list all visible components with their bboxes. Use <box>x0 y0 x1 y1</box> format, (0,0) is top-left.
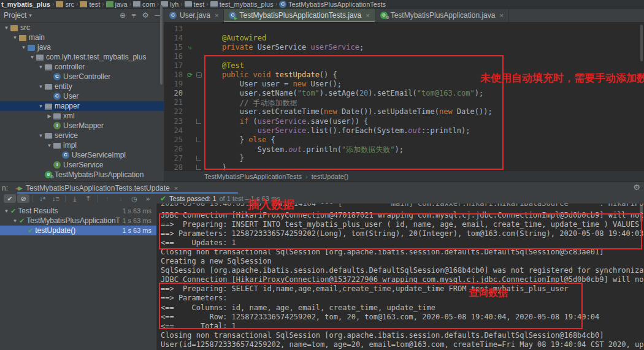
expanded-arrow-icon[interactable]: ▼ <box>45 143 53 148</box>
expanded-arrow-icon[interactable]: ▼ <box>2 208 10 214</box>
expanded-arrow-icon[interactable]: ▼ <box>37 104 45 109</box>
code-line-27[interactable]: } <box>204 154 244 162</box>
editor-tab[interactable]: ⚙TestMybatisPlusApplication.java× <box>375 9 509 22</box>
code-line-24[interactable]: userService.list().forEach(System.out::p… <box>204 126 470 135</box>
fold-marker-icon[interactable] <box>196 165 201 170</box>
test-passed-icon: ✔ <box>19 217 25 225</box>
close-icon[interactable]: × <box>174 185 178 192</box>
project-panel-header[interactable]: Project ▾ ⊕ ⫧ ⚙ ─ <box>0 9 164 23</box>
crosshair-icon[interactable]: ⊕ <box>120 11 126 20</box>
expanded-arrow-icon[interactable]: ▼ <box>37 133 45 139</box>
test-tree-item[interactable]: ✔testUpdate()1 s 63 ms <box>0 226 156 235</box>
breadcrumb-item[interactable]: test_mybatis_plus <box>210 1 274 8</box>
tree-item-controller[interactable]: ▼controller <box>0 62 164 72</box>
previous-failed-icon[interactable]: ↑ <box>101 194 113 203</box>
breadcrumb-item[interactable]: test <box>185 1 205 8</box>
collapse-all-icon[interactable]: ⫧ <box>132 11 136 20</box>
settings-icon[interactable]: ⚙ <box>142 11 149 20</box>
fold-marker-icon[interactable] <box>196 119 201 124</box>
project-tree-scrollbar[interactable] <box>160 5 163 85</box>
code-line-28[interactable]: } <box>204 163 226 170</box>
test-tree-item[interactable]: ▼✔TestMybatisPlusApplicationT1 s 63 ms <box>0 216 156 226</box>
tree-item-user[interactable]: CUser <box>0 91 164 101</box>
code-segment: { <box>270 135 275 144</box>
expanded-arrow-icon[interactable]: ▼ <box>37 84 45 89</box>
hide-panel-icon[interactable]: ─ <box>155 11 160 20</box>
tree-item-usercontroller[interactable]: CUserController <box>0 72 164 82</box>
breadcrumb-item[interactable]: lyh <box>161 1 178 8</box>
folder-icon <box>56 1 63 7</box>
collapsed-arrow-icon[interactable]: ▶ <box>45 113 53 119</box>
fold-marker-icon[interactable] <box>196 72 202 78</box>
code-line-17[interactable]: @Test <box>204 61 244 70</box>
console-line: ==> Parameters: <box>161 294 227 302</box>
show-passed-icon[interactable]: ✔ <box>4 194 16 203</box>
next-failed-icon[interactable]: ↓ <box>115 194 127 203</box>
close-icon[interactable]: × <box>215 12 218 19</box>
code-editor[interactable]: 1314 @Autowired15⤷ private UserService u… <box>164 23 644 170</box>
editor-tab[interactable]: CTestMybatisPlusApplicationTests.java× <box>224 9 375 22</box>
sort-by-duration-icon[interactable]: ↓≡ <box>50 194 62 203</box>
breadcrumb-item[interactable]: t_mybatis_plus <box>1 1 50 8</box>
expanded-arrow-icon[interactable]: ▼ <box>2 25 10 31</box>
tree-item-xml[interactable]: ▶xml <box>0 111 164 121</box>
tree-item-userserviceimpl[interactable]: CUserServiceImpl <box>0 150 164 160</box>
breadcrumb-class[interactable]: TestMybatisPlusApplicationTests <box>204 173 302 180</box>
expanded-arrow-icon[interactable]: ▼ <box>20 45 28 50</box>
run-test-gutter-icon[interactable]: ⟳ <box>186 71 194 79</box>
run-console[interactable]: 2020-05-08 19:40:03.807 INFO 14104 --- [… <box>157 204 644 350</box>
tree-item-service[interactable]: ▼service <box>0 131 164 140</box>
breadcrumb-item[interactable]: CTestMybatisPlusApplicationTests <box>279 1 386 8</box>
sort-alphabetically-icon[interactable]: ↓ᵃ <box>36 194 48 203</box>
console-line: SqlSession [org.apache.ibatis.session.de… <box>161 266 644 275</box>
code-line-23[interactable]: if (userService.save(user)) { <box>204 117 368 126</box>
breadcrumb-item[interactable]: src <box>56 1 74 8</box>
expanded-arrow-icon[interactable]: ▼ <box>11 218 19 224</box>
fold-marker-icon[interactable] <box>196 156 201 161</box>
tree-item-entity[interactable]: ▼entity <box>0 82 164 91</box>
code-segment: ); <box>475 89 483 97</box>
tree-item-com-lyh-test-test-mybatis-plus[interactable]: ▼com.lyh.test.test_mybatis_plus <box>0 52 164 62</box>
expanded-arrow-icon[interactable]: ▼ <box>28 55 36 60</box>
tree-item-usermapper[interactable]: IUserMapper <box>0 121 164 131</box>
code-line-25[interactable]: } else { <box>204 135 275 144</box>
code-segment: // 手动添加数据 <box>240 99 297 107</box>
code-line-18[interactable]: public void testUpdate() { <box>204 70 337 79</box>
editor-tab[interactable]: CUser.java× <box>164 9 224 22</box>
tree-item-java[interactable]: ▼java <box>0 42 164 52</box>
line-number: 24 <box>167 126 183 135</box>
more-icon[interactable]: » <box>142 194 154 203</box>
test-tree-item[interactable]: ▼✔Test Results1 s 63 ms <box>0 206 156 216</box>
fold-marker-icon[interactable] <box>196 137 201 142</box>
line-number: 22 <box>167 107 183 116</box>
breadcrumb-item[interactable]: test <box>80 1 100 8</box>
tree-item-testmybatisplusapplication[interactable]: ⚙TestMybatisPlusApplication <box>0 170 164 180</box>
expanded-arrow-icon[interactable]: ▼ <box>11 35 19 40</box>
expanded-arrow-icon[interactable]: ▼ <box>37 64 45 70</box>
code-line-15[interactable]: private UserService userService; <box>204 43 364 51</box>
tree-item-main[interactable]: ▼main <box>0 32 164 42</box>
line-number: 21 <box>167 98 183 107</box>
tree-item-userservice[interactable]: IUserService <box>0 160 164 170</box>
code-line-19[interactable]: User user = new User(); <box>204 80 342 88</box>
breadcrumb-method[interactable]: testUpdate() <box>312 173 349 180</box>
tree-item-src[interactable]: ▼src <box>0 23 164 32</box>
test-history-icon[interactable]: ◷ <box>128 194 140 203</box>
code-line-22[interactable]: user.setCreateTime(new Date()).setUpdate… <box>204 107 493 116</box>
close-icon[interactable]: × <box>499 12 503 19</box>
tree-item-impl[interactable]: ▼impl <box>0 140 164 150</box>
toolbar-separator <box>65 195 66 202</box>
tree-item-mapper[interactable]: ▼mapper <box>0 101 164 111</box>
gear-icon[interactable]: ⚙ <box>633 183 640 192</box>
editor-scrollbar[interactable] <box>640 25 643 61</box>
expand-all-icon[interactable]: ⤓ <box>69 194 81 203</box>
code-line-20[interactable]: user.setName("tom").setAge(20).setEmail(… <box>204 89 483 97</box>
show-ignored-icon[interactable]: ⊘ <box>17 194 29 203</box>
breadcrumb-label: java <box>115 1 128 8</box>
collapse-all-icon[interactable]: ⤒ <box>82 194 94 203</box>
close-icon[interactable]: × <box>366 12 369 19</box>
breadcrumb-item[interactable]: com <box>133 1 155 8</box>
breadcrumb-item[interactable]: java <box>106 1 128 8</box>
spring-bean-gutter-icon[interactable]: ⤷ <box>186 44 194 51</box>
code-line-14[interactable]: @Autowired <box>204 34 266 42</box>
